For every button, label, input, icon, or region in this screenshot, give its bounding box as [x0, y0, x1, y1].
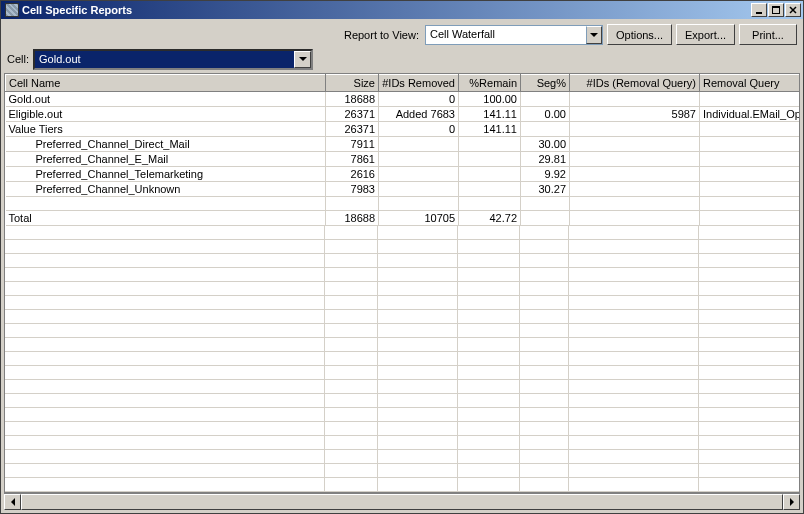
cell-name: Preferred_Channel_Telemarketing: [6, 167, 326, 182]
report-to-view-value: Cell Waterfall: [426, 26, 586, 44]
cell-seg: 30.00: [521, 137, 570, 152]
cell-size: 26371: [326, 122, 379, 137]
title-bar: Cell Specific Reports: [1, 1, 803, 19]
caret-left-icon: [11, 498, 15, 506]
table-row[interactable]: Preferred_Channel_E_Mail786129.81: [6, 152, 800, 167]
cell-seg: [521, 197, 570, 211]
cell-idq: [570, 137, 700, 152]
cell-pct: 42.72: [459, 211, 521, 226]
cell-size: 7911: [326, 137, 379, 152]
cell-seg: 29.81: [521, 152, 570, 167]
cell-rem: [379, 137, 459, 152]
cell-size: 2616: [326, 167, 379, 182]
cell-seg: 0.00: [521, 107, 570, 122]
column-header-size[interactable]: Size: [326, 75, 379, 92]
cell-idq: [570, 197, 700, 211]
table-row[interactable]: Preferred_Channel_Telemarketing26169.92: [6, 167, 800, 182]
cell-rq: [700, 211, 800, 226]
cell-rem: 10705: [379, 211, 459, 226]
cell-rem: 0: [379, 92, 459, 107]
cell-idq: [570, 152, 700, 167]
cell-rq: Individual.EMail_Op: [700, 107, 800, 122]
scrollbar-thumb[interactable]: [21, 494, 783, 510]
cell-rq: [700, 197, 800, 211]
table-row[interactable]: Preferred_Channel_Direct_Mail791130.00: [6, 137, 800, 152]
cell-size: 7983: [326, 182, 379, 197]
cell-name: Gold.out: [6, 92, 326, 107]
print-button[interactable]: Print...: [739, 24, 797, 45]
cell-rq: [700, 182, 800, 197]
cell-name: Eligible.out: [6, 107, 326, 122]
cell-rq: [700, 137, 800, 152]
export-button[interactable]: Export...: [676, 24, 735, 45]
cell-combo[interactable]: Gold.out: [33, 49, 313, 70]
cell-idq: [570, 211, 700, 226]
cell-pct: 100.00: [459, 92, 521, 107]
cell-idq: [570, 182, 700, 197]
cell-rem: [379, 182, 459, 197]
data-grid[interactable]: Cell NameSize#IDs Removed%RemainSeg%#IDs…: [4, 73, 800, 493]
cell-rem: [379, 167, 459, 182]
maximize-button[interactable]: [768, 3, 784, 17]
scroll-right-button[interactable]: [783, 494, 800, 510]
svg-rect-0: [756, 12, 762, 14]
caret-right-icon: [790, 498, 794, 506]
cell-rem: [379, 197, 459, 211]
cell-size: 26371: [326, 107, 379, 122]
table-row[interactable]: Gold.out186880100.00: [6, 92, 800, 107]
report-to-view-combo[interactable]: Cell Waterfall: [425, 25, 603, 45]
close-button[interactable]: [785, 3, 801, 17]
table-row[interactable]: Value Tiers263710141.11: [6, 122, 800, 137]
cell-bar: Cell: Gold.out: [1, 47, 803, 73]
column-header-pct[interactable]: %Remain: [459, 75, 521, 92]
scroll-left-button[interactable]: [4, 494, 21, 510]
cell-name: Total: [6, 211, 326, 226]
cell-name: Preferred_Channel_Direct_Mail: [6, 137, 326, 152]
cell-combo-value: Gold.out: [35, 51, 294, 68]
cell-name: Value Tiers: [6, 122, 326, 137]
cell-seg: 9.92: [521, 167, 570, 182]
table-row[interactable]: Eligible.out26371Added 7683141.110.00598…: [6, 107, 800, 122]
table-row[interactable]: [6, 197, 800, 211]
report-to-view-label: Report to View:: [344, 29, 419, 41]
cell-rem: [379, 152, 459, 167]
grid-empty-area: [5, 226, 799, 492]
cell-size: 18688: [326, 92, 379, 107]
cell-seg: [521, 92, 570, 107]
options-button[interactable]: Options...: [607, 24, 672, 45]
cell-rq: [700, 167, 800, 182]
cell-idq: [570, 92, 700, 107]
column-header-idq[interactable]: #IDs (Removal Query): [570, 75, 700, 92]
cell-idq: [570, 167, 700, 182]
chevron-down-icon[interactable]: [294, 51, 311, 68]
toolbar: Report to View: Cell Waterfall Options..…: [1, 19, 803, 47]
cell-idq: 5987: [570, 107, 700, 122]
cell-rq: [700, 92, 800, 107]
app-icon: [5, 3, 19, 17]
cell-rq: [700, 152, 800, 167]
cell-rem: 0: [379, 122, 459, 137]
cell-rem: Added 7683: [379, 107, 459, 122]
window-controls: [751, 3, 801, 17]
cell-idq: [570, 122, 700, 137]
cell-pct: [459, 137, 521, 152]
cell-size: 7861: [326, 152, 379, 167]
cell-label: Cell:: [7, 53, 29, 65]
cell-pct: [459, 197, 521, 211]
column-header-name[interactable]: Cell Name: [6, 75, 326, 92]
column-header-rq[interactable]: Removal Query: [700, 75, 800, 92]
cell-name: Preferred_Channel_Unknown: [6, 182, 326, 197]
cell-seg: [521, 211, 570, 226]
cell-pct: [459, 167, 521, 182]
table-row[interactable]: Total186881070542.72: [6, 211, 800, 226]
horizontal-scrollbar[interactable]: [4, 493, 800, 510]
chevron-down-icon[interactable]: [586, 26, 602, 44]
cell-seg: 30.27: [521, 182, 570, 197]
column-header-seg[interactable]: Seg%: [521, 75, 570, 92]
table-row[interactable]: Preferred_Channel_Unknown798330.27: [6, 182, 800, 197]
cell-size: [326, 197, 379, 211]
cell-pct: 141.11: [459, 122, 521, 137]
svg-rect-2: [772, 6, 780, 8]
column-header-rem[interactable]: #IDs Removed: [379, 75, 459, 92]
minimize-button[interactable]: [751, 3, 767, 17]
